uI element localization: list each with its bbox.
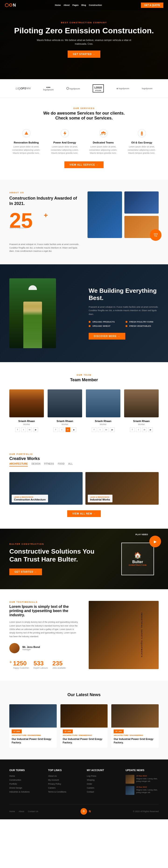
news-item-1[interactable]: 07 JAN ARCHITECTURE / ENGINEERING Our In…: [9, 704, 57, 748]
footer-news-item-1: 20 Nov 2022 Magna nulla. Laong vitae, po…: [125, 775, 159, 784]
nav-pages[interactable]: Pages: [72, 4, 79, 6]
footer-col-terms: OUR TERMS Home Construction Portfolio Dr…: [9, 769, 43, 797]
footer-link-privacy[interactable]: Privacy Policy: [48, 783, 81, 785]
footer-bottom-about[interactable]: About: [19, 810, 24, 813]
tab-fitness[interactable]: FITNESS: [44, 463, 54, 466]
nav-construction[interactable]: Construction: [89, 4, 102, 6]
footer-title-account: MY ACCOUNT: [87, 769, 120, 772]
footer-link-shopping[interactable]: Shoping: [87, 779, 120, 781]
hero-tag: BEST CONSTRUCTION COMPANY: [14, 22, 154, 24]
social-fb-2[interactable]: f: [53, 427, 58, 432]
about-left: ABOUT US Construction Industry Awarded o…: [9, 191, 81, 253]
footer-link-drone[interactable]: Drone Design: [9, 787, 43, 789]
nav-cta-button[interactable]: Get A Quote: [141, 3, 163, 8]
service-item-energy: Power And Energy Lorem ipsum dolor sit a…: [48, 128, 82, 155]
team-photo-2: [48, 390, 82, 417]
footer-link-portfolio[interactable]: Portfolio: [9, 783, 43, 785]
social-tw-3[interactable]: t: [98, 427, 103, 432]
footer-link-contact[interactable]: Contact: [87, 791, 120, 793]
footer-link-home[interactable]: Home: [9, 775, 43, 777]
service-name-1: Renovation Building: [9, 141, 43, 144]
testimonials-image: [89, 601, 159, 669]
bulter-logo-icon: 🏠: [134, 552, 141, 559]
social-in-1[interactable]: in: [27, 427, 32, 432]
footer-title-terms: OUR TERMS: [9, 769, 43, 772]
partner-3: ⬡ logolpsum: [66, 87, 80, 90]
social-yt-4[interactable]: ▶: [148, 427, 153, 432]
footer-bottom-links: Home About Contact Us: [9, 810, 38, 813]
portfolio-cat-2: LEAD & RENOVISION: [90, 496, 110, 498]
portfolio-cta-button[interactable]: VIEW ALL NEW →: [67, 510, 101, 517]
social-fb-4[interactable]: f: [130, 427, 135, 432]
feature-4: FRESH VEGETABLES: [125, 325, 159, 327]
hero-cta-button[interactable]: Get Started →: [68, 51, 100, 58]
news-content-1: ARCHITECTURE / ENGINEERING Our Industria…: [9, 734, 57, 748]
news-date-1: 07 JAN: [12, 730, 22, 734]
bulter-tag: BULTER CONSTRUCTION: [9, 543, 107, 545]
nav-links: Home About Pages Blog Construction: [55, 4, 102, 6]
social-fb-1[interactable]: f: [15, 427, 20, 432]
social-yt-3[interactable]: ▶: [110, 427, 115, 432]
building-cta-button[interactable]: DISCOVER MORE →: [89, 333, 125, 340]
portfolio-tabs: ARCHITECTURE DESIGN FITNESS FOOD ALL: [9, 463, 159, 466]
portfolio-grid: LEAD & RENOVISION Construction Architect…: [9, 472, 159, 505]
about-title: Construction Industry Awarded of In 2021…: [9, 196, 81, 207]
social-yt-1[interactable]: ▶: [33, 427, 38, 432]
tab-architecture[interactable]: ARCHITECTURE: [9, 463, 28, 466]
nav-blog[interactable]: Blog: [81, 4, 86, 6]
news-title-1: Our Industrial Power Grid Enegy Factory.: [12, 737, 54, 745]
nav-logo: ⬡ ON: [5, 2, 16, 8]
news-img-2: [60, 704, 108, 727]
building-description: Praesent at amet volutpat mi. Fusce matt…: [89, 305, 159, 316]
testimonials-author: Mr. Jens Bond Manager: [9, 643, 79, 653]
footer-col-news: UPDATE NEWS 20 Nov 2022 Magna nulla. Lao…: [125, 769, 159, 797]
tab-design[interactable]: DESIGN: [31, 463, 40, 466]
footer-bottom-home[interactable]: Home: [9, 810, 15, 813]
tab-food[interactable]: FOOD: [58, 463, 64, 466]
news-item-2[interactable]: 07 JAN ARCHITECTURE / ENGINEERING Our In…: [60, 704, 108, 748]
tab-all[interactable]: ALL: [68, 463, 73, 466]
about-badge: ★★★ Top: [150, 229, 162, 241]
stat-icon-1: ✈: [9, 660, 12, 664]
footer-links-account: Log Press Shoping Order Careers Contact: [87, 775, 120, 793]
social-in-2[interactable]: in: [65, 427, 70, 432]
building-features: ORGANIC PRODUCTS FRESH POULTRY FARM ORGA…: [89, 321, 159, 327]
services-cta-button[interactable]: VIEW ALL SERVICE →: [64, 161, 104, 168]
news-item-3[interactable]: 07 JAN ARCHITECTURE / ENGINEERING Our In…: [111, 704, 159, 748]
social-tw-1[interactable]: t: [21, 427, 26, 432]
footer-link-construction[interactable]: Construction: [9, 779, 43, 781]
footer-link-about[interactable]: About Us: [48, 775, 81, 777]
svg-rect-1: [25, 134, 27, 134]
footer-link-careers2[interactable]: Careers: [87, 787, 120, 789]
portfolio-item-2[interactable]: LEAD & RENOVISION Industrial Works: [85, 472, 159, 505]
about-image-2: ★★★ Top: [124, 191, 159, 238]
footer-bottom-contact[interactable]: Contact Us: [28, 810, 38, 813]
team-title: Team Member: [9, 377, 159, 382]
portfolio-name-2: Industrial Works: [90, 498, 110, 501]
footer-link-careers[interactable]: Careers: [48, 787, 81, 789]
bulter-cta-button[interactable]: GET STARTED →: [9, 568, 42, 575]
social-yt-2[interactable]: ▶: [72, 427, 76, 432]
footer-link-order[interactable]: Order: [87, 783, 120, 785]
testimonials-right: Industrial Safety Equipments: [89, 601, 159, 669]
social-in-4[interactable]: in: [142, 427, 147, 432]
footer-link-industries[interactable]: Industries & Solutions: [9, 791, 43, 793]
team-section: OUR TEAM Team Member Srianh Rhaan Worker…: [0, 362, 168, 444]
social-fb-3[interactable]: f: [92, 427, 96, 432]
footer-link-logpress[interactable]: Log Press: [87, 775, 120, 777]
hero-section: BEST CONSTRUCTION COMPANY Piloting Zero …: [0, 0, 168, 79]
footer-link-myaccount[interactable]: My Account: [48, 779, 81, 781]
svg-point-5: [101, 132, 103, 133]
social-tw-2[interactable]: t: [59, 427, 64, 432]
portfolio-item-1[interactable]: LEAD & RENOVISION Construction Architect…: [9, 472, 83, 505]
social-in-3[interactable]: in: [104, 427, 109, 432]
nav-about[interactable]: About: [63, 4, 69, 6]
partner-5: ◈ logolpsum: [116, 87, 129, 90]
testimonials-left: OUR TESTIMONIALS Lorem Ipsum is simply t…: [9, 601, 79, 669]
footer-links-top: About Us My Account Privacy Policy Caree…: [48, 775, 81, 793]
team-name-1: Srianh Rhaan: [9, 420, 44, 423]
social-tw-4[interactable]: t: [136, 427, 141, 432]
footer-link-terms[interactable]: Terms & Conditions: [48, 791, 81, 793]
bulter-play-button[interactable]: ▶: [149, 536, 161, 547]
nav-home[interactable]: Home: [55, 4, 61, 6]
